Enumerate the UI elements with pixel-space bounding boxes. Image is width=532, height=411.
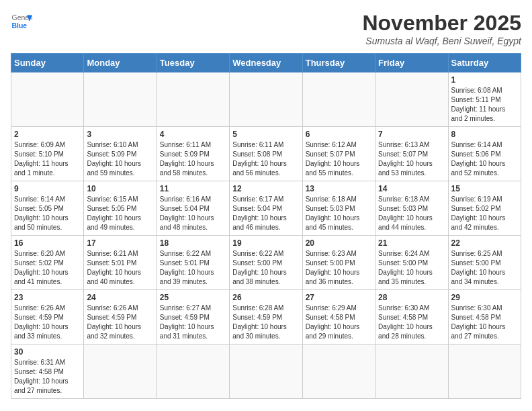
day-info: Sunrise: 6:17 AM Sunset: 5:04 PM Dayligh… (232, 195, 299, 232)
day-number: 30 (14, 347, 81, 357)
column-header-friday: Friday (375, 54, 448, 73)
calendar-cell: 4Sunrise: 6:11 AM Sunset: 5:09 PM Daylig… (157, 127, 229, 181)
day-number: 7 (378, 130, 445, 139)
calendar-cell (302, 73, 375, 127)
calendar-cell: 24Sunrise: 6:26 AM Sunset: 4:59 PM Dayli… (84, 290, 157, 345)
calendar-week-row: 30Sunrise: 6:31 AM Sunset: 4:58 PM Dayli… (11, 345, 521, 399)
calendar-week-row: 23Sunrise: 6:26 AM Sunset: 4:59 PM Dayli… (11, 290, 521, 345)
calendar-cell (157, 73, 229, 127)
day-info: Sunrise: 6:24 AM Sunset: 5:00 PM Dayligh… (378, 249, 445, 287)
calendar-cell (302, 345, 375, 399)
day-info: Sunrise: 6:31 AM Sunset: 4:58 PM Dayligh… (14, 358, 81, 396)
calendar-cell: 27Sunrise: 6:29 AM Sunset: 4:58 PM Dayli… (302, 290, 375, 345)
day-number: 16 (14, 238, 81, 248)
day-info: Sunrise: 6:26 AM Sunset: 4:59 PM Dayligh… (87, 304, 153, 341)
calendar-cell: 6Sunrise: 6:12 AM Sunset: 5:07 PM Daylig… (302, 127, 375, 181)
day-info: Sunrise: 6:08 AM Sunset: 5:11 PM Dayligh… (451, 86, 518, 124)
day-number: 27 (306, 293, 372, 302)
page-header: General Blue November 2025 Sumusta al Wa… (11, 11, 521, 46)
day-number: 18 (160, 238, 226, 248)
day-number: 12 (232, 184, 299, 193)
day-info: Sunrise: 6:27 AM Sunset: 4:59 PM Dayligh… (160, 304, 226, 341)
calendar-cell: 23Sunrise: 6:26 AM Sunset: 4:59 PM Dayli… (11, 290, 84, 345)
calendar-cell (230, 73, 302, 127)
calendar-table: SundayMondayTuesdayWednesdayThursdayFrid… (11, 53, 521, 399)
day-info: Sunrise: 6:10 AM Sunset: 5:09 PM Dayligh… (87, 140, 153, 178)
day-info: Sunrise: 6:26 AM Sunset: 4:59 PM Dayligh… (14, 304, 81, 341)
day-info: Sunrise: 6:23 AM Sunset: 5:00 PM Dayligh… (306, 249, 372, 287)
day-info: Sunrise: 6:19 AM Sunset: 5:02 PM Dayligh… (451, 195, 518, 232)
svg-text:Blue: Blue (12, 22, 28, 30)
calendar-cell: 21Sunrise: 6:24 AM Sunset: 5:00 PM Dayli… (375, 236, 448, 290)
day-number: 10 (87, 184, 153, 193)
day-number: 14 (378, 184, 445, 193)
column-header-sunday: Sunday (11, 54, 84, 73)
day-info: Sunrise: 6:22 AM Sunset: 5:01 PM Dayligh… (160, 249, 226, 287)
day-number: 5 (232, 130, 299, 139)
day-info: Sunrise: 6:14 AM Sunset: 5:05 PM Dayligh… (14, 195, 81, 232)
day-info: Sunrise: 6:12 AM Sunset: 5:07 PM Dayligh… (306, 140, 372, 178)
day-number: 23 (14, 293, 81, 302)
calendar-cell: 1Sunrise: 6:08 AM Sunset: 5:11 PM Daylig… (448, 73, 521, 127)
calendar-cell: 30Sunrise: 6:31 AM Sunset: 4:58 PM Dayli… (11, 345, 84, 399)
title-section: November 2025 Sumusta al Waqf, Beni Suwe… (362, 11, 521, 46)
calendar-cell: 15Sunrise: 6:19 AM Sunset: 5:02 PM Dayli… (448, 181, 521, 236)
day-info: Sunrise: 6:11 AM Sunset: 5:08 PM Dayligh… (232, 140, 299, 178)
day-info: Sunrise: 6:25 AM Sunset: 5:00 PM Dayligh… (451, 249, 518, 287)
calendar-cell (375, 345, 448, 399)
calendar-cell: 26Sunrise: 6:28 AM Sunset: 4:59 PM Dayli… (230, 290, 302, 345)
day-info: Sunrise: 6:30 AM Sunset: 4:58 PM Dayligh… (451, 304, 518, 341)
calendar-cell: 20Sunrise: 6:23 AM Sunset: 5:00 PM Dayli… (302, 236, 375, 290)
day-number: 19 (232, 238, 299, 248)
day-info: Sunrise: 6:20 AM Sunset: 5:02 PM Dayligh… (14, 249, 81, 287)
calendar-cell: 10Sunrise: 6:15 AM Sunset: 5:05 PM Dayli… (84, 181, 157, 236)
calendar-cell (84, 73, 157, 127)
day-info: Sunrise: 6:13 AM Sunset: 5:07 PM Dayligh… (378, 140, 445, 178)
calendar-cell: 3Sunrise: 6:10 AM Sunset: 5:09 PM Daylig… (84, 127, 157, 181)
column-header-tuesday: Tuesday (157, 54, 229, 73)
day-info: Sunrise: 6:14 AM Sunset: 5:06 PM Dayligh… (451, 140, 518, 178)
day-info: Sunrise: 6:18 AM Sunset: 5:03 PM Dayligh… (306, 195, 372, 232)
calendar-cell (84, 345, 157, 399)
day-number: 15 (451, 184, 518, 193)
calendar-cell: 29Sunrise: 6:30 AM Sunset: 4:58 PM Dayli… (448, 290, 521, 345)
calendar-cell: 8Sunrise: 6:14 AM Sunset: 5:06 PM Daylig… (448, 127, 521, 181)
calendar-cell: 17Sunrise: 6:21 AM Sunset: 5:01 PM Dayli… (84, 236, 157, 290)
calendar-cell (157, 345, 229, 399)
day-info: Sunrise: 6:15 AM Sunset: 5:05 PM Dayligh… (87, 195, 153, 232)
day-number: 11 (160, 184, 226, 193)
day-number: 3 (87, 130, 153, 139)
day-number: 8 (451, 130, 518, 139)
calendar-cell (230, 345, 302, 399)
calendar-header-row: SundayMondayTuesdayWednesdayThursdayFrid… (11, 54, 521, 73)
day-number: 25 (160, 293, 226, 302)
calendar-week-row: 2Sunrise: 6:09 AM Sunset: 5:10 PM Daylig… (11, 127, 521, 181)
day-info: Sunrise: 6:11 AM Sunset: 5:09 PM Dayligh… (160, 140, 226, 178)
day-number: 17 (87, 238, 153, 248)
calendar-cell: 18Sunrise: 6:22 AM Sunset: 5:01 PM Dayli… (157, 236, 229, 290)
day-number: 13 (306, 184, 372, 193)
calendar-cell: 14Sunrise: 6:18 AM Sunset: 5:03 PM Dayli… (375, 181, 448, 236)
calendar-cell (375, 73, 448, 127)
calendar-cell: 28Sunrise: 6:30 AM Sunset: 4:58 PM Dayli… (375, 290, 448, 345)
calendar-cell: 12Sunrise: 6:17 AM Sunset: 5:04 PM Dayli… (230, 181, 302, 236)
calendar-cell: 9Sunrise: 6:14 AM Sunset: 5:05 PM Daylig… (11, 181, 84, 236)
calendar-cell: 5Sunrise: 6:11 AM Sunset: 5:08 PM Daylig… (230, 127, 302, 181)
month-title: November 2025 (362, 11, 521, 36)
day-info: Sunrise: 6:21 AM Sunset: 5:01 PM Dayligh… (87, 249, 153, 287)
logo: General Blue (11, 11, 32, 32)
day-info: Sunrise: 6:30 AM Sunset: 4:58 PM Dayligh… (378, 304, 445, 341)
day-info: Sunrise: 6:09 AM Sunset: 5:10 PM Dayligh… (14, 140, 81, 178)
calendar-cell: 22Sunrise: 6:25 AM Sunset: 5:00 PM Dayli… (448, 236, 521, 290)
column-header-saturday: Saturday (448, 54, 521, 73)
day-info: Sunrise: 6:29 AM Sunset: 4:58 PM Dayligh… (306, 304, 372, 341)
calendar-week-row: 16Sunrise: 6:20 AM Sunset: 5:02 PM Dayli… (11, 236, 521, 290)
day-info: Sunrise: 6:28 AM Sunset: 4:59 PM Dayligh… (232, 304, 299, 341)
calendar-cell (448, 345, 521, 399)
calendar-week-row: 1Sunrise: 6:08 AM Sunset: 5:11 PM Daylig… (11, 73, 521, 127)
day-number: 4 (160, 130, 226, 139)
logo-icon: General Blue (11, 11, 32, 32)
day-info: Sunrise: 6:22 AM Sunset: 5:00 PM Dayligh… (232, 249, 299, 287)
location-title: Sumusta al Waqf, Beni Suweif, Egypt (362, 36, 521, 46)
day-number: 24 (87, 293, 153, 302)
